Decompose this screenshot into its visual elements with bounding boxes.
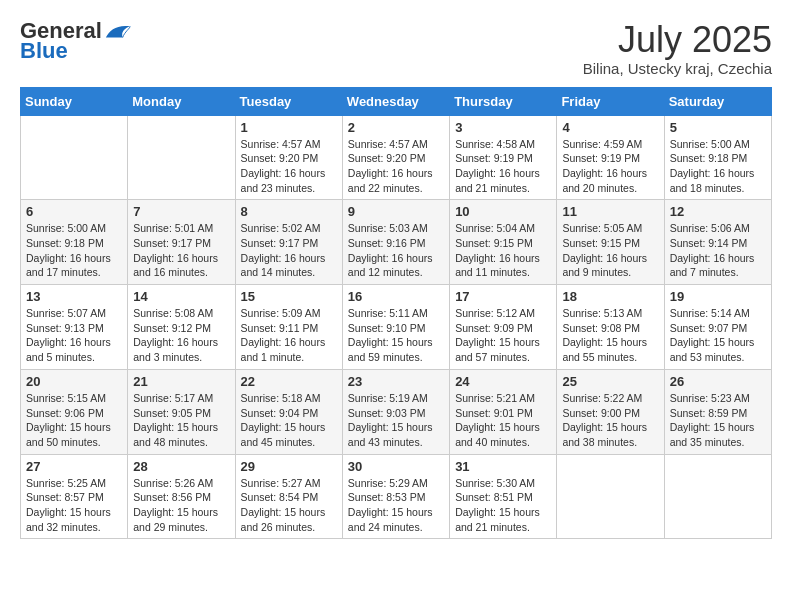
day-info: Sunrise: 5:11 AM Sunset: 9:10 PM Dayligh… <box>348 306 444 365</box>
day-info: Sunrise: 5:02 AM Sunset: 9:17 PM Dayligh… <box>241 221 337 280</box>
day-info: Sunrise: 5:18 AM Sunset: 9:04 PM Dayligh… <box>241 391 337 450</box>
calendar-cell: 20Sunrise: 5:15 AM Sunset: 9:06 PM Dayli… <box>21 369 128 454</box>
location-text: Bilina, Ustecky kraj, Czechia <box>583 60 772 77</box>
calendar-cell: 21Sunrise: 5:17 AM Sunset: 9:05 PM Dayli… <box>128 369 235 454</box>
weekday-header: Thursday <box>450 87 557 115</box>
day-number: 17 <box>455 289 551 304</box>
calendar-cell <box>128 115 235 200</box>
month-title: July 2025 <box>583 20 772 60</box>
day-info: Sunrise: 4:59 AM Sunset: 9:19 PM Dayligh… <box>562 137 658 196</box>
calendar-cell: 17Sunrise: 5:12 AM Sunset: 9:09 PM Dayli… <box>450 285 557 370</box>
calendar-cell: 24Sunrise: 5:21 AM Sunset: 9:01 PM Dayli… <box>450 369 557 454</box>
day-number: 13 <box>26 289 122 304</box>
calendar-cell: 2Sunrise: 4:57 AM Sunset: 9:20 PM Daylig… <box>342 115 449 200</box>
day-info: Sunrise: 5:15 AM Sunset: 9:06 PM Dayligh… <box>26 391 122 450</box>
day-info: Sunrise: 5:09 AM Sunset: 9:11 PM Dayligh… <box>241 306 337 365</box>
calendar-cell: 12Sunrise: 5:06 AM Sunset: 9:14 PM Dayli… <box>664 200 771 285</box>
day-number: 11 <box>562 204 658 219</box>
calendar-cell: 5Sunrise: 5:00 AM Sunset: 9:18 PM Daylig… <box>664 115 771 200</box>
calendar-cell: 11Sunrise: 5:05 AM Sunset: 9:15 PM Dayli… <box>557 200 664 285</box>
logo: General Blue <box>20 20 132 64</box>
day-number: 24 <box>455 374 551 389</box>
day-info: Sunrise: 5:08 AM Sunset: 9:12 PM Dayligh… <box>133 306 229 365</box>
calendar-cell: 23Sunrise: 5:19 AM Sunset: 9:03 PM Dayli… <box>342 369 449 454</box>
calendar-cell: 4Sunrise: 4:59 AM Sunset: 9:19 PM Daylig… <box>557 115 664 200</box>
day-info: Sunrise: 5:13 AM Sunset: 9:08 PM Dayligh… <box>562 306 658 365</box>
day-info: Sunrise: 5:23 AM Sunset: 8:59 PM Dayligh… <box>670 391 766 450</box>
day-info: Sunrise: 5:21 AM Sunset: 9:01 PM Dayligh… <box>455 391 551 450</box>
day-info: Sunrise: 5:17 AM Sunset: 9:05 PM Dayligh… <box>133 391 229 450</box>
calendar-week-row: 27Sunrise: 5:25 AM Sunset: 8:57 PM Dayli… <box>21 454 772 539</box>
day-info: Sunrise: 5:06 AM Sunset: 9:14 PM Dayligh… <box>670 221 766 280</box>
logo-blue-text: Blue <box>20 38 68 64</box>
calendar-header-row: SundayMondayTuesdayWednesdayThursdayFrid… <box>21 87 772 115</box>
day-number: 22 <box>241 374 337 389</box>
day-number: 20 <box>26 374 122 389</box>
day-number: 25 <box>562 374 658 389</box>
day-number: 5 <box>670 120 766 135</box>
day-info: Sunrise: 5:00 AM Sunset: 9:18 PM Dayligh… <box>670 137 766 196</box>
weekday-header: Sunday <box>21 87 128 115</box>
calendar-week-row: 6Sunrise: 5:00 AM Sunset: 9:18 PM Daylig… <box>21 200 772 285</box>
day-number: 27 <box>26 459 122 474</box>
calendar-cell: 9Sunrise: 5:03 AM Sunset: 9:16 PM Daylig… <box>342 200 449 285</box>
calendar-cell: 25Sunrise: 5:22 AM Sunset: 9:00 PM Dayli… <box>557 369 664 454</box>
day-number: 29 <box>241 459 337 474</box>
day-info: Sunrise: 5:19 AM Sunset: 9:03 PM Dayligh… <box>348 391 444 450</box>
day-number: 15 <box>241 289 337 304</box>
calendar-cell: 10Sunrise: 5:04 AM Sunset: 9:15 PM Dayli… <box>450 200 557 285</box>
title-block: July 2025 Bilina, Ustecky kraj, Czechia <box>583 20 772 77</box>
calendar-cell: 18Sunrise: 5:13 AM Sunset: 9:08 PM Dayli… <box>557 285 664 370</box>
day-number: 26 <box>670 374 766 389</box>
day-info: Sunrise: 5:00 AM Sunset: 9:18 PM Dayligh… <box>26 221 122 280</box>
calendar-cell <box>664 454 771 539</box>
day-number: 6 <box>26 204 122 219</box>
day-number: 8 <box>241 204 337 219</box>
day-info: Sunrise: 5:01 AM Sunset: 9:17 PM Dayligh… <box>133 221 229 280</box>
calendar-cell: 26Sunrise: 5:23 AM Sunset: 8:59 PM Dayli… <box>664 369 771 454</box>
calendar-cell: 1Sunrise: 4:57 AM Sunset: 9:20 PM Daylig… <box>235 115 342 200</box>
calendar-cell: 29Sunrise: 5:27 AM Sunset: 8:54 PM Dayli… <box>235 454 342 539</box>
calendar-cell: 3Sunrise: 4:58 AM Sunset: 9:19 PM Daylig… <box>450 115 557 200</box>
day-number: 21 <box>133 374 229 389</box>
calendar-cell: 6Sunrise: 5:00 AM Sunset: 9:18 PM Daylig… <box>21 200 128 285</box>
calendar-week-row: 1Sunrise: 4:57 AM Sunset: 9:20 PM Daylig… <box>21 115 772 200</box>
calendar-cell: 28Sunrise: 5:26 AM Sunset: 8:56 PM Dayli… <box>128 454 235 539</box>
day-info: Sunrise: 4:58 AM Sunset: 9:19 PM Dayligh… <box>455 137 551 196</box>
day-number: 4 <box>562 120 658 135</box>
day-number: 7 <box>133 204 229 219</box>
day-number: 31 <box>455 459 551 474</box>
day-number: 30 <box>348 459 444 474</box>
weekday-header: Tuesday <box>235 87 342 115</box>
calendar-cell: 13Sunrise: 5:07 AM Sunset: 9:13 PM Dayli… <box>21 285 128 370</box>
day-number: 18 <box>562 289 658 304</box>
day-number: 23 <box>348 374 444 389</box>
day-info: Sunrise: 5:03 AM Sunset: 9:16 PM Dayligh… <box>348 221 444 280</box>
day-number: 16 <box>348 289 444 304</box>
calendar-cell: 19Sunrise: 5:14 AM Sunset: 9:07 PM Dayli… <box>664 285 771 370</box>
calendar-cell: 15Sunrise: 5:09 AM Sunset: 9:11 PM Dayli… <box>235 285 342 370</box>
calendar-table: SundayMondayTuesdayWednesdayThursdayFrid… <box>20 87 772 540</box>
day-number: 28 <box>133 459 229 474</box>
calendar-cell: 8Sunrise: 5:02 AM Sunset: 9:17 PM Daylig… <box>235 200 342 285</box>
calendar-cell: 14Sunrise: 5:08 AM Sunset: 9:12 PM Dayli… <box>128 285 235 370</box>
page-header: General Blue July 2025 Bilina, Ustecky k… <box>20 20 772 77</box>
weekday-header: Friday <box>557 87 664 115</box>
calendar-week-row: 20Sunrise: 5:15 AM Sunset: 9:06 PM Dayli… <box>21 369 772 454</box>
weekday-header: Wednesday <box>342 87 449 115</box>
day-info: Sunrise: 5:25 AM Sunset: 8:57 PM Dayligh… <box>26 476 122 535</box>
calendar-cell <box>21 115 128 200</box>
weekday-header: Saturday <box>664 87 771 115</box>
day-info: Sunrise: 4:57 AM Sunset: 9:20 PM Dayligh… <box>241 137 337 196</box>
day-number: 14 <box>133 289 229 304</box>
logo-bird-icon <box>104 20 132 42</box>
calendar-cell: 31Sunrise: 5:30 AM Sunset: 8:51 PM Dayli… <box>450 454 557 539</box>
calendar-cell: 30Sunrise: 5:29 AM Sunset: 8:53 PM Dayli… <box>342 454 449 539</box>
day-info: Sunrise: 5:30 AM Sunset: 8:51 PM Dayligh… <box>455 476 551 535</box>
day-number: 12 <box>670 204 766 219</box>
calendar-week-row: 13Sunrise: 5:07 AM Sunset: 9:13 PM Dayli… <box>21 285 772 370</box>
day-number: 10 <box>455 204 551 219</box>
calendar-cell <box>557 454 664 539</box>
day-number: 3 <box>455 120 551 135</box>
day-number: 1 <box>241 120 337 135</box>
